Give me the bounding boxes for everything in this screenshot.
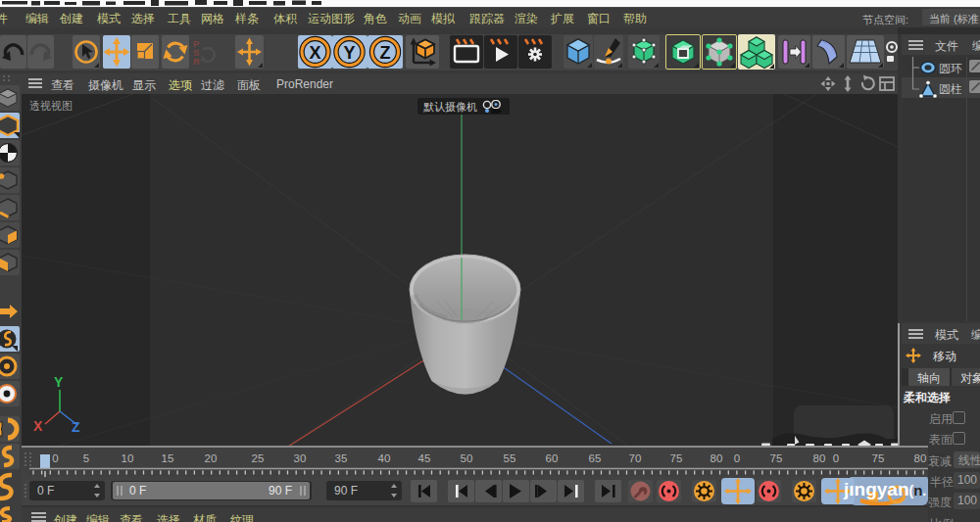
svg-text:0: 0 [833,452,839,464]
svg-text:Z: Z [72,419,80,435]
svg-text:75: 75 [872,452,885,464]
svg-text:25: 25 [252,452,265,464]
svg-text:10: 10 [122,452,134,464]
svg-text:5: 5 [83,452,89,464]
svg-text:80: 80 [813,452,826,464]
svg-text:0 F: 0 F [37,484,54,498]
svg-text:75: 75 [770,452,783,464]
svg-text:60: 60 [546,452,559,464]
svg-text:55: 55 [504,452,516,464]
svg-text:90 F: 90 F [269,484,292,498]
svg-text:Y: Y [54,374,64,390]
svg-text:45: 45 [418,452,431,464]
svg-text:Y: Y [343,43,355,63]
svg-text:X: X [33,418,43,434]
svg-text:75: 75 [670,452,683,464]
svg-text:R: R [193,56,200,67]
svg-text:50: 50 [461,452,473,464]
svg-text:0 F: 0 F [129,484,146,498]
svg-text:0: 0 [52,452,58,464]
svg-text:90 F: 90 F [334,484,358,498]
svg-text:40: 40 [378,452,391,464]
svg-text:20: 20 [205,452,218,464]
svg-text:15: 15 [162,452,174,464]
svg-text:30: 30 [294,452,307,464]
svg-text:0: 0 [734,452,740,464]
svg-text:70: 70 [629,452,642,464]
svg-text:Z: Z [380,43,391,63]
svg-text:X: X [309,43,320,63]
svg-text:65: 65 [589,452,602,464]
svg-text:jıngyan(n.: jıngyan(n. [843,479,926,499]
svg-text:80: 80 [914,452,927,464]
svg-text:80: 80 [710,452,723,464]
svg-text:35: 35 [335,452,348,464]
